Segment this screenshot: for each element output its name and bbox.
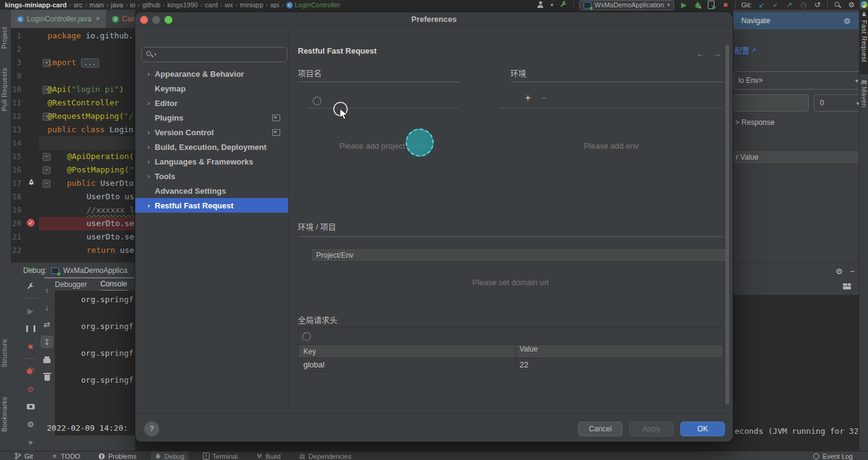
stop-button[interactable]: ■ [721,1,730,9]
breadcrumb-item[interactable]: miniapp [240,1,264,9]
tool-window-pull-requests[interactable]: Pull Requests [1,68,8,111]
rollback-icon[interactable]: ↺ [813,1,822,9]
down-stack-icon[interactable]: ↓ [41,302,52,313]
search-everywhere-icon[interactable] [833,1,842,9]
history-icon[interactable]: ◷ [799,1,808,9]
git-push-icon[interactable]: ↗ [785,1,794,9]
settings-tree-item-appearance-behavior[interactable]: ›Appearance & Behavior [135,66,288,81]
breadcrumb-item[interactable]: wx [225,1,233,9]
tab-debugger[interactable]: Debugger [55,280,87,291]
tool-window-structure[interactable]: Structure [1,339,8,367]
editor-tab-card[interactable]: I CardA [106,10,135,28]
plugin-logo-icon[interactable] [861,1,867,8]
hide-panel-icon[interactable]: − [850,267,855,275]
tool-window-tab-terminal[interactable]: Terminal [199,451,242,460]
settings-tree-item-keymap[interactable]: ›Keymap [135,81,288,96]
scroll-to-end-icon[interactable]: ↧ [41,336,53,348]
add-env-button[interactable]: + [525,93,531,104]
settings-tree-item-tools[interactable]: ›Tools [135,169,288,183]
ok-button[interactable]: OK [680,422,725,436]
breadcrumb-item[interactable]: java [111,1,123,9]
breadcrumb-item[interactable]: card [205,1,217,9]
remove-env-button[interactable]: − [541,93,546,104]
tool-window-fast-request[interactable]: Fast Request [859,9,868,74]
pause-icon[interactable] [25,323,36,334]
rerun-icon[interactable]: ↻ [25,265,36,276]
breadcrumb-item[interactable]: github [142,1,160,9]
debug-button[interactable] [694,1,702,9]
dialog-scrollbar[interactable] [725,45,729,405]
count-dropdown[interactable]: 0 ▾ [814,94,859,111]
filter-input[interactable] [733,94,809,111]
forward-icon[interactable]: → [713,49,721,58]
stop-icon[interactable]: ■ [25,341,36,352]
tool-window-tab-build[interactable]: ⚒Build [252,451,284,460]
breadcrumb-item[interactable]: kings-miniapp-card [5,1,66,9]
breadcrumb-item[interactable]: io [130,1,136,9]
back-icon[interactable]: ← [696,49,705,58]
git-commit-icon[interactable]: ✓ [771,1,780,9]
settings-tree-item-restful-fast-request[interactable]: ›Restful Fast Request [135,198,288,213]
debug-session-name[interactable]: WxMaDemoApplica [63,266,127,275]
chevron-right-icon[interactable]: › [144,70,153,77]
settings-tree-item-plugins[interactable]: ›Plugins [135,110,288,125]
chevron-right-icon[interactable]: › [144,202,153,209]
tool-window-tab-git[interactable]: Git [11,451,37,460]
breadcrumb-item[interactable]: src [74,1,83,9]
breadcrumb-item[interactable]: api [270,1,280,9]
editor-tab-logincontroller[interactable]: C LoginController.java × [11,10,106,28]
up-stack-icon[interactable]: ↑ [41,285,52,295]
settings-tree-item-build-execution-deployment[interactable]: ›Build, Execution, Deployment [135,140,288,154]
view-breakpoints-icon[interactable] [25,366,36,377]
tab-console[interactable]: Console [101,280,127,291]
layout-icon[interactable] [843,283,851,289]
kv-cell-key[interactable]: global [298,358,516,371]
fast-request-rocket-icon[interactable] [27,179,36,188]
tool-window-tab-dependencies[interactable]: ▤Dependencies [295,451,355,460]
tool-window-bookmarks[interactable]: Bookmarks [1,397,8,432]
settings-gear-icon[interactable]: ⚙ [847,1,856,9]
run-button[interactable]: ▶ [680,1,688,9]
wrench-icon[interactable] [559,1,568,9]
settings-tree-item-languages-frameworks[interactable]: ›Languages & Frameworks [135,154,288,169]
fold-collapse-icon[interactable]: − [43,180,51,188]
debug-console[interactable]: org.springfraorg.springfraorg.springfrao… [55,291,135,436]
settings-gear-icon[interactable]: ⚙ [25,419,36,430]
breadcrumb-item[interactable]: kings1990 [168,1,198,9]
run-config-selector[interactable]: WxMaDemoApplication ▾ [579,0,674,10]
chevron-right-icon[interactable]: › [144,99,153,107]
breakpoint-icon[interactable]: ✓ [27,219,36,228]
settings-gear-icon[interactable]: ⚙ [836,267,843,275]
settings-gear-icon[interactable]: ⚙ [844,17,851,25]
chevron-right-icon[interactable]: › [144,129,153,136]
settings-tree-item-editor[interactable]: ›Editor [135,96,288,110]
resume-icon[interactable]: ▶ [25,305,36,316]
chevron-right-icon[interactable]: › [144,143,153,150]
restore-layout-icon[interactable]: ⇄ [41,319,52,330]
settings-tree-item-version-control[interactable]: ›Version Control [135,125,288,140]
more-icon[interactable]: » [25,436,36,447]
screenshot-icon[interactable] [25,401,36,412]
breadcrumb-item[interactable]: CLoginController [286,1,340,9]
event-log[interactable]: Event Log [813,453,868,460]
kv-table-row[interactable]: global22 [298,358,722,372]
help-button[interactable]: ? [144,422,159,436]
chevron-right-icon[interactable]: › [144,172,153,180]
breadcrumb-item[interactable]: main [90,1,104,9]
git-update-icon[interactable]: ↙ [757,1,766,9]
close-icon[interactable]: × [96,15,100,23]
debug-settings-wrench-icon[interactable] [26,283,35,291]
print-icon[interactable] [41,354,52,365]
tool-window-tab-todo[interactable]: ≡TODO [48,451,84,460]
config-link[interactable]: 配置 ↗ [735,45,756,55]
chevron-down-icon[interactable]: ▾ [550,1,554,9]
user-icon[interactable] [536,1,545,9]
tool-window-tab-problems[interactable]: Problems [95,451,140,460]
cancel-button[interactable]: Cancel [578,422,623,436]
mute-breakpoints-icon[interactable]: ⊘ [25,383,36,394]
tool-window-maven[interactable]: m Maven [859,76,868,116]
env-dropdown[interactable]: lo Env> ▾ [733,71,859,90]
chevron-right-icon[interactable]: › [144,158,153,165]
dialog-title-bar[interactable]: Preferences [135,12,733,27]
settings-tree-item-advanced-settings[interactable]: ›Advanced Settings [135,183,288,198]
